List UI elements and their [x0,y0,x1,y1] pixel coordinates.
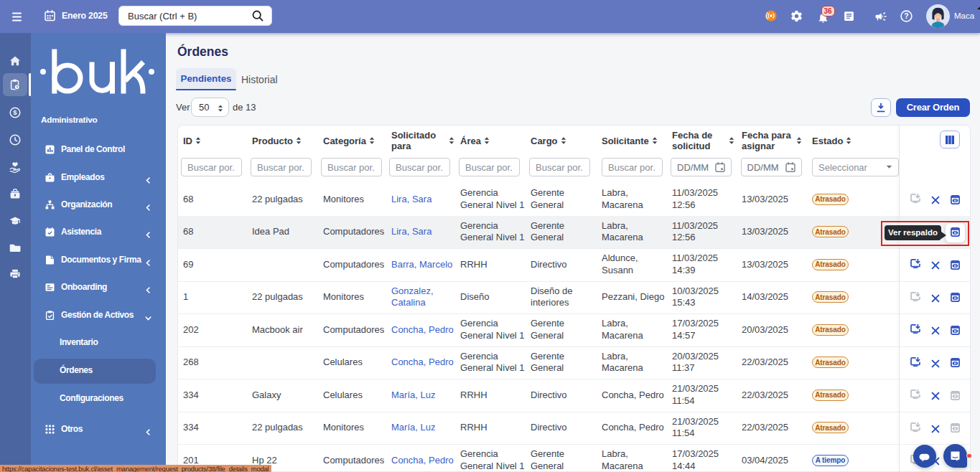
svg-text:?: ? [904,11,908,20]
svg-text:$: $ [13,108,17,116]
